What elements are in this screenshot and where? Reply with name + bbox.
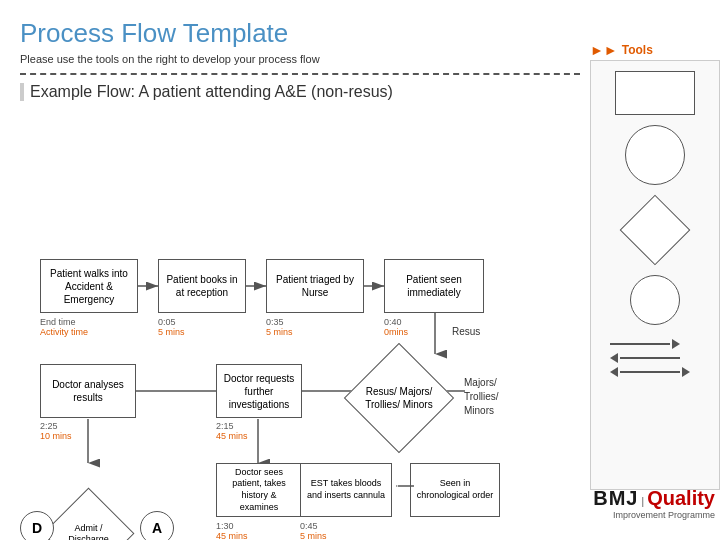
box-seen-chron-label: Seen in chronological order bbox=[415, 478, 495, 501]
flow-area: Patient walks into Accident & Emergency … bbox=[20, 111, 580, 471]
bmj-subtitle: Improvement Programme bbox=[593, 510, 715, 520]
arrow-head-right-2 bbox=[682, 367, 690, 377]
time-b3: 0:35 bbox=[266, 317, 284, 327]
box-patient-books-label: Patient books in at reception bbox=[163, 273, 241, 299]
tool-rectangle[interactable] bbox=[615, 71, 695, 115]
box-resus-diamond[interactable]: Resus/ Majors/ Trollies/ Minors bbox=[360, 359, 438, 437]
time-b5: 2:25 bbox=[40, 421, 58, 431]
arrow-body-2 bbox=[620, 357, 680, 359]
time-b8-activity: 45 mins bbox=[216, 531, 248, 540]
box-doctor-analyses-label: Doctor analyses results bbox=[45, 378, 131, 404]
time-b1-end: End time bbox=[40, 317, 76, 327]
time-b8: 1:30 bbox=[216, 521, 234, 531]
box-admit-diamond[interactable]: Admit / Discharge bbox=[56, 501, 121, 540]
time-b2: 0:05 bbox=[158, 317, 176, 327]
tool-arrow-left[interactable] bbox=[610, 353, 700, 363]
time-b9-activity: 5 mins bbox=[300, 531, 327, 540]
admit-diamond-label: Admit / Discharge bbox=[56, 523, 121, 540]
box-doctor-analyses[interactable]: Doctor analyses results bbox=[40, 364, 136, 418]
circle-a-label: A bbox=[152, 520, 162, 536]
tool-arrows bbox=[610, 339, 700, 389]
time-b5-activity: 10 mins bbox=[40, 431, 72, 441]
arrow-body bbox=[610, 343, 670, 345]
bmj-title-red: Quality bbox=[647, 487, 715, 509]
circle-a[interactable]: A bbox=[140, 511, 174, 540]
time-b3-activity: 5 mins bbox=[266, 327, 293, 337]
time-b6-activity: 45 mins bbox=[216, 431, 248, 441]
tools-arrow-icon: ►► bbox=[590, 42, 618, 58]
divider bbox=[20, 73, 580, 75]
time-b9: 0:45 bbox=[300, 521, 318, 531]
tool-diamond-wrapper bbox=[620, 195, 690, 265]
box-doctor-sees[interactable]: Doctor sees patient, takes history & exa… bbox=[216, 463, 302, 517]
time-b2-activity: 5 mins bbox=[158, 327, 185, 337]
box-patient-seen-label: Patient seen immediately bbox=[389, 273, 479, 299]
tools-label: Tools bbox=[622, 43, 653, 57]
box-patient-walks-label: Patient walks into Accident & Emergency bbox=[45, 267, 133, 306]
bmj-logo-text: BMJ | Quality bbox=[593, 487, 715, 510]
box-doctor-sees-label: Doctor sees patient, takes history & exa… bbox=[221, 467, 297, 514]
circle-d-label: D bbox=[32, 520, 42, 536]
box-patient-seen[interactable]: Patient seen immediately bbox=[384, 259, 484, 313]
box-patient-triaged-label: Patient triaged by Nurse bbox=[271, 273, 359, 299]
box-doctor-requests-label: Doctor requests further investigations bbox=[221, 372, 297, 411]
box-patient-triaged[interactable]: Patient triaged by Nurse bbox=[266, 259, 364, 313]
time-b6: 2:15 bbox=[216, 421, 234, 431]
arrow-body-3 bbox=[620, 371, 680, 373]
box-est-label: EST takes bloods and inserts cannula bbox=[305, 478, 387, 501]
arrow-head-left bbox=[610, 353, 618, 363]
bmj-title-black: BMJ bbox=[593, 487, 638, 509]
arrow-head-left-2 bbox=[610, 367, 618, 377]
tool-diamond[interactable] bbox=[620, 195, 691, 266]
box-seen-chron[interactable]: Seen in chronological order bbox=[410, 463, 500, 517]
page: Process Flow Template Please use the too… bbox=[0, 0, 720, 540]
tools-panel bbox=[590, 60, 720, 490]
tools-header: ►► Tools bbox=[590, 42, 720, 58]
tool-arrow-both[interactable] bbox=[610, 367, 700, 377]
majors-label: Majors/Trollies/Minors bbox=[464, 376, 499, 418]
tool-small-circle[interactable] bbox=[630, 275, 680, 325]
time-b4-activity: 0mins bbox=[384, 327, 408, 337]
bmj-logo: BMJ | Quality Improvement Programme bbox=[593, 487, 715, 520]
tool-circle[interactable] bbox=[625, 125, 685, 185]
arrow-head bbox=[672, 339, 680, 349]
tool-arrow-right[interactable] bbox=[610, 339, 700, 349]
box-patient-walks[interactable]: Patient walks into Accident & Emergency bbox=[40, 259, 138, 313]
circle-d[interactable]: D bbox=[20, 511, 54, 540]
resus-label: Resus bbox=[452, 326, 480, 337]
box-est[interactable]: EST takes bloods and inserts cannula bbox=[300, 463, 392, 517]
diamond-label: Resus/ Majors/ Trollies/ Minors bbox=[360, 385, 438, 411]
box-doctor-requests[interactable]: Doctor requests further investigations bbox=[216, 364, 302, 418]
time-b4: 0:40 bbox=[384, 317, 402, 327]
box-patient-books[interactable]: Patient books in at reception bbox=[158, 259, 246, 313]
time-b1-activity: Activity time bbox=[40, 327, 88, 337]
